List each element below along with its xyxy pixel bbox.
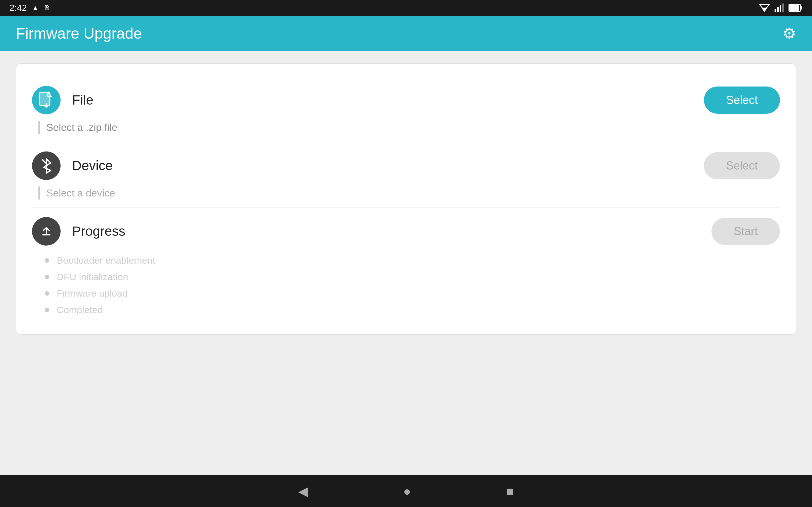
battery-icon xyxy=(789,4,803,12)
start-button[interactable]: Start xyxy=(711,218,780,245)
wifi-icon xyxy=(759,3,770,13)
device-section-row: Device Select xyxy=(32,142,780,186)
main-content: File Select Select a .zip file Device Se… xyxy=(0,51,812,475)
recent-button[interactable]: ■ xyxy=(506,484,514,498)
device-sub-label: Select a device xyxy=(46,187,115,199)
bullet-2 xyxy=(45,275,49,279)
device-icon-circle xyxy=(32,152,61,180)
svg-rect-2 xyxy=(774,9,776,12)
progress-item-firmware: Firmware upload xyxy=(57,288,128,299)
progress-section-title: Progress xyxy=(72,224,125,239)
svg-rect-7 xyxy=(801,6,802,9)
file-sub-label: Select a .zip file xyxy=(46,122,117,133)
notification-icon: ▲ xyxy=(32,4,39,12)
progress-item-dfu: DFU initialization xyxy=(57,272,128,282)
device-vertical-bar xyxy=(38,186,40,200)
file-section-title: File xyxy=(72,93,94,108)
file-svg-icon xyxy=(38,92,54,109)
progress-icon-circle xyxy=(32,217,61,245)
bullet-4 xyxy=(45,308,49,312)
home-button[interactable]: ● xyxy=(403,484,411,498)
bullet-1 xyxy=(45,258,49,263)
list-item: Bootloader enablement xyxy=(45,255,780,266)
file-vertical-bar xyxy=(38,121,40,134)
page-title: Firmware Upgrade xyxy=(16,25,142,42)
status-bar: 2:42 ▲ 🗎 xyxy=(0,0,812,16)
file-section-row: File Select xyxy=(32,76,780,121)
svg-rect-4 xyxy=(780,5,781,12)
status-bar-left: 2:42 ▲ 🗎 xyxy=(9,3,51,13)
progress-items: Bootloader enablement DFU initialization… xyxy=(32,252,780,322)
svg-rect-8 xyxy=(789,5,799,11)
toolbar: Firmware Upgrade ⚙ xyxy=(0,16,812,51)
back-button[interactable]: ◀ xyxy=(298,484,308,498)
device-section-title: Device xyxy=(72,158,113,173)
status-bar-right xyxy=(759,3,803,13)
bluetooth-icon xyxy=(40,157,53,175)
progress-item-completed: Completed xyxy=(57,304,103,315)
device-section-left: Device xyxy=(32,152,113,180)
signal-icon xyxy=(774,3,784,12)
upgrade-card: File Select Select a .zip file Device Se… xyxy=(16,63,796,335)
progress-section-left: Progress xyxy=(32,217,125,245)
progress-section-row: Progress Start xyxy=(32,208,780,252)
svg-rect-3 xyxy=(777,7,779,12)
nav-bar: ◀ ● ■ xyxy=(0,475,812,507)
upload-icon xyxy=(38,223,54,239)
svg-rect-9 xyxy=(40,92,50,106)
file-sub-label-row: Select a .zip file xyxy=(32,121,780,142)
settings-icon[interactable]: ⚙ xyxy=(782,24,796,42)
bullet-3 xyxy=(45,291,49,296)
file-icon-circle xyxy=(32,86,61,114)
svg-rect-5 xyxy=(782,3,784,12)
device-select-button[interactable]: Select xyxy=(704,152,780,179)
file-select-button[interactable]: Select xyxy=(704,87,780,114)
list-item: Firmware upload xyxy=(45,288,780,299)
list-item: DFU initialization xyxy=(45,272,780,282)
file-section-left: File xyxy=(32,86,94,114)
progress-item-bootloader: Bootloader enablement xyxy=(57,255,155,266)
file-icon: 🗎 xyxy=(44,4,51,12)
device-sub-label-row: Select a device xyxy=(32,186,780,207)
status-time: 2:42 xyxy=(9,3,27,13)
list-item: Completed xyxy=(45,304,780,315)
